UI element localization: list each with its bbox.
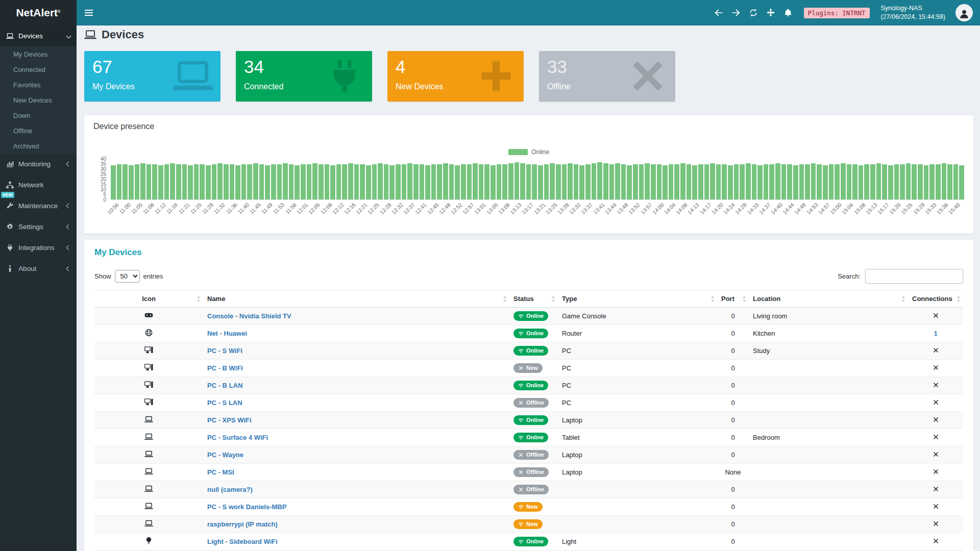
chart-bar: [200, 164, 205, 199]
infobox-new-devices[interactable]: 4 New Devices: [387, 51, 524, 102]
device-name-link[interactable]: PC - MSI: [207, 468, 234, 476]
infobox-my-devices[interactable]: 67 My Devices: [84, 51, 220, 102]
delete-connection-icon[interactable]: [933, 504, 939, 509]
chart-bar: [467, 164, 472, 199]
infobox-connected[interactable]: 34 Connected: [236, 51, 372, 102]
sidebar-link-settings[interactable]: Settings: [0, 216, 77, 237]
connections-link[interactable]: 1: [934, 330, 937, 337]
chart-bar: [247, 164, 252, 199]
wifi-icon: [518, 348, 524, 353]
device-location: Study: [749, 342, 908, 360]
sidebar-link-integrations[interactable]: Integrations: [0, 237, 77, 258]
sort-icon[interactable]: [503, 296, 507, 302]
device-row: PC - Wayne Offline Laptop 0: [94, 446, 963, 464]
sidebar-subitem-my-devices[interactable]: My Devices: [0, 46, 77, 62]
delete-connection-icon[interactable]: [933, 399, 939, 405]
chart-bar: [847, 164, 852, 199]
app-logo[interactable]: NetAlertx: [0, 0, 77, 26]
sidebar-subitem-down[interactable]: Down: [0, 108, 77, 123]
sidebar-subitem-favorites[interactable]: Favorites: [0, 77, 77, 92]
device-name-link[interactable]: Net - Huawei: [207, 330, 247, 337]
sidebar-link-maintenance[interactable]: Maintenance: [0, 195, 77, 216]
chart-bar: [312, 163, 317, 199]
column-header-status[interactable]: Status: [509, 290, 558, 308]
device-name-link[interactable]: PC - S WiFi: [207, 347, 242, 355]
device-location: [749, 516, 908, 533]
user-avatar[interactable]: [955, 4, 973, 21]
device-name-link[interactable]: PC - S LAN: [207, 399, 242, 407]
device-row: Light - Sideboard WiFi Online Light 0: [94, 533, 963, 550]
laptop-icon: [144, 519, 153, 528]
sort-icon[interactable]: [742, 296, 746, 302]
search-input[interactable]: [865, 269, 963, 284]
devices-table-title[interactable]: My Devices: [94, 247, 963, 258]
person-icon: [959, 8, 970, 19]
delete-connection-icon[interactable]: [933, 538, 939, 544]
sidebar-label: Settings: [18, 223, 43, 231]
bell-icon[interactable]: [783, 8, 793, 17]
delete-connection-icon[interactable]: [933, 434, 939, 440]
plugins-status-badge[interactable]: Plugins: INTRNT: [804, 8, 870, 18]
device-name-link[interactable]: raspberrypi (IP match): [207, 520, 278, 528]
device-name-link[interactable]: PC - S work Daniels-MBP: [207, 503, 286, 511]
chart-bar: [603, 163, 608, 199]
device-name-link[interactable]: PC - Wayne: [207, 451, 243, 459]
wifi-icon: [518, 522, 524, 527]
device-port: 0: [717, 394, 749, 412]
sidebar-toggle-button[interactable]: [77, 0, 101, 26]
status-badge: Offline: [513, 398, 549, 407]
nav-back-icon[interactable]: [714, 8, 723, 17]
device-name-link[interactable]: Console - Nvidia Shield TV: [207, 312, 291, 320]
column-header-icon[interactable]: Icon: [94, 290, 203, 308]
device-name-link[interactable]: PC - B LAN: [207, 382, 242, 389]
delete-connection-icon[interactable]: [933, 521, 939, 527]
sidebar-subitem-archived[interactable]: Archived: [0, 138, 77, 154]
network-icon: [6, 181, 14, 189]
delete-connection-icon[interactable]: [933, 417, 939, 422]
device-type: [558, 498, 717, 516]
sort-icon[interactable]: [957, 296, 961, 302]
sidebar-subitem-new-devices[interactable]: New Devices: [0, 92, 77, 108]
sidebar-link-monitoring[interactable]: Monitoring: [0, 154, 77, 174]
chart-bar: [455, 165, 460, 199]
chart-bar: [135, 164, 140, 199]
delete-connection-icon[interactable]: [933, 469, 939, 474]
sidebar-label: Monitoring: [18, 160, 51, 168]
sidebar-link-about[interactable]: About: [0, 258, 77, 279]
page-size-select[interactable]: 50: [115, 270, 140, 283]
delete-connection-icon[interactable]: [933, 382, 939, 388]
chart-bar: [906, 163, 911, 199]
sort-icon[interactable]: [551, 296, 555, 302]
sort-icon[interactable]: [197, 296, 201, 302]
infobox-offline[interactable]: 33 Offline: [539, 51, 675, 102]
delete-connection-icon[interactable]: [933, 452, 939, 457]
delete-connection-icon[interactable]: [933, 365, 939, 370]
device-name-link[interactable]: PC - Surface 4 WiFi: [207, 434, 268, 441]
device-name-link[interactable]: PC - B WiFi: [207, 364, 243, 372]
column-header-location[interactable]: Location: [749, 290, 908, 308]
device-name-link[interactable]: PC - XPS WiFi: [207, 416, 252, 424]
move-icon[interactable]: [766, 8, 775, 17]
refresh-icon[interactable]: [749, 8, 758, 17]
x-icon: [518, 453, 524, 457]
delete-connection-icon[interactable]: [933, 313, 939, 318]
sidebar-subitem-connected[interactable]: Connected: [0, 62, 77, 77]
device-name-link[interactable]: Light - Sideboard WiFi: [207, 538, 278, 545]
column-header-connections[interactable]: Connections: [908, 290, 963, 308]
status-badge: Online: [513, 311, 548, 320]
column-header-port[interactable]: Port: [717, 290, 749, 308]
column-header-type[interactable]: Type: [558, 290, 717, 308]
chart-bar: [484, 164, 489, 199]
chart-legend[interactable]: Online: [93, 148, 964, 156]
nav-forward-icon[interactable]: [731, 8, 741, 17]
sort-icon[interactable]: [710, 296, 715, 302]
device-name-link[interactable]: null (camera?): [207, 486, 253, 493]
delete-connection-icon[interactable]: [933, 347, 939, 353]
sort-icon[interactable]: [901, 296, 905, 302]
sidebar-link-devices[interactable]: Devices: [0, 26, 77, 46]
column-header-name[interactable]: Name: [203, 290, 509, 308]
delete-connection-icon[interactable]: [933, 486, 939, 492]
device-type: [558, 481, 717, 498]
sidebar-item-devices: DevicesMy DevicesConnectedFavoritesNew D…: [0, 26, 77, 154]
sidebar-subitem-offline[interactable]: Offline: [0, 123, 77, 138]
